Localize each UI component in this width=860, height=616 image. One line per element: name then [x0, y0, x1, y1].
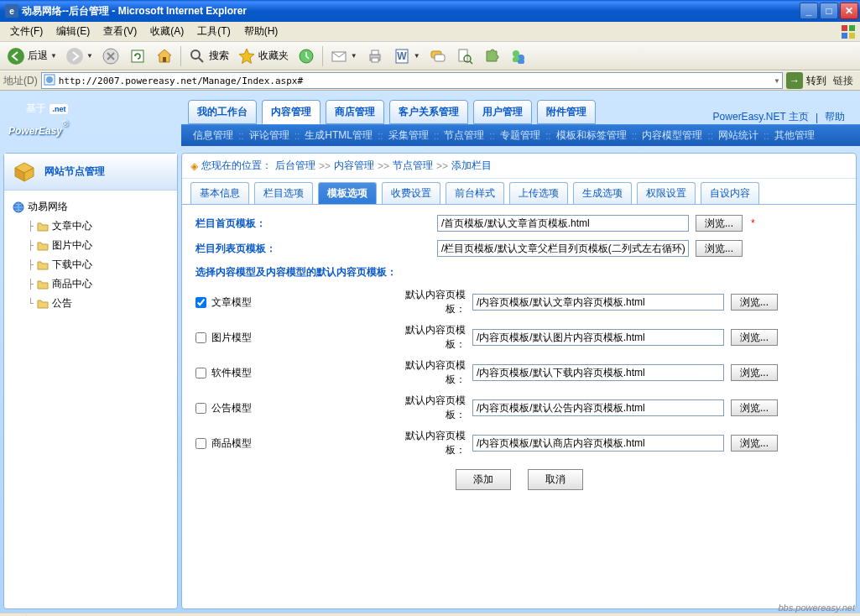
edit-button[interactable]: W▼ — [389, 45, 424, 67]
tree-item-download[interactable]: ├下载中心 — [9, 255, 172, 274]
ftab-basic[interactable]: 基本信息 — [190, 182, 249, 204]
brand-tag: 基于 — [26, 102, 46, 114]
model-browse-button[interactable]: 浏览... — [731, 435, 778, 452]
tree-item-article[interactable]: ├文章中心 — [9, 217, 172, 236]
tab-crm[interactable]: 客户关系管理 — [389, 100, 468, 124]
tab-user[interactable]: 用户管理 — [473, 100, 532, 124]
tree-item-announce[interactable]: └公告 — [9, 294, 172, 313]
status-bar: 完毕 Inter — [0, 613, 860, 616]
subnav-collect[interactable]: 采集管理 — [385, 128, 432, 143]
back-button[interactable]: 后退 ▼ — [3, 45, 60, 67]
subnav-comment[interactable]: 评论管理 — [246, 128, 293, 143]
list-template-input[interactable] — [437, 240, 689, 257]
ftab-style[interactable]: 前台样式 — [446, 182, 504, 204]
model-browse-button[interactable]: 浏览... — [731, 294, 778, 311]
bc-item[interactable]: 后台管理 — [275, 159, 315, 173]
svg-rect-26 — [518, 60, 524, 64]
goto-label: 转到 — [806, 74, 826, 88]
menu-favorites[interactable]: 收藏(A) — [143, 23, 190, 40]
close-button[interactable]: ✕ — [840, 3, 858, 19]
model-name: 图片模型 — [211, 331, 252, 345]
home-button[interactable] — [152, 45, 177, 67]
model-template-input[interactable] — [472, 294, 724, 311]
menu-edit[interactable]: 编辑(E) — [50, 23, 96, 40]
ftab-column[interactable]: 栏目选项 — [254, 182, 313, 204]
model-template-input[interactable] — [472, 364, 724, 381]
menu-file[interactable]: 文件(F) — [3, 23, 50, 40]
maximize-button[interactable]: □ — [820, 3, 838, 19]
subnav-model[interactable]: 内容模型管理 — [638, 128, 706, 143]
subnav-node[interactable]: 节点管理 — [440, 128, 487, 143]
app-header: 基于 .net PowerEasy® 我的工作台 内容管理 商店管理 客户关系管… — [0, 91, 860, 149]
tab-content[interactable]: 内容管理 — [262, 100, 321, 124]
svg-rect-0 — [842, 25, 847, 31]
model-name: 软件模型 — [211, 366, 252, 380]
svg-rect-8 — [163, 57, 166, 62]
help-link[interactable]: 帮助 — [825, 110, 845, 124]
menu-help[interactable]: 帮助(H) — [237, 23, 285, 40]
model-checkbox[interactable] — [195, 332, 206, 343]
ftab-fee[interactable]: 收费设置 — [382, 182, 440, 204]
tab-shop[interactable]: 商店管理 — [326, 100, 384, 124]
stop-button[interactable] — [98, 45, 123, 67]
homepage-link[interactable]: PowerEasy.NET 主页 — [713, 110, 809, 124]
model-checkbox[interactable] — [195, 403, 206, 414]
bc-item[interactable]: 内容管理 — [334, 159, 374, 173]
tool-button-2[interactable] — [452, 45, 477, 67]
ftab-permission[interactable]: 权限设置 — [637, 182, 696, 204]
tree-item-image[interactable]: ├图片中心 — [9, 236, 172, 255]
ftab-custom[interactable]: 自设内容 — [701, 182, 759, 204]
subnav-html[interactable]: 生成HTML管理 — [301, 128, 376, 143]
address-label: 地址(D) — [3, 74, 38, 88]
menu-view[interactable]: 查看(V) — [96, 23, 143, 40]
go-button[interactable]: → — [786, 72, 803, 89]
model-template-input[interactable] — [472, 435, 724, 452]
messenger-button[interactable] — [506, 45, 531, 67]
tab-attachment[interactable]: 附件管理 — [537, 100, 596, 124]
model-browse-button[interactable]: 浏览... — [731, 364, 778, 381]
mail-button[interactable]: ▼ — [326, 45, 361, 67]
ftab-template[interactable]: 模板选项 — [318, 182, 377, 204]
svg-text:W: W — [397, 50, 407, 62]
model-browse-button[interactable]: 浏览... — [731, 329, 778, 346]
home-template-browse[interactable]: 浏览... — [696, 215, 743, 232]
subnav-topic[interactable]: 专题管理 — [497, 128, 544, 143]
cancel-button[interactable]: 取消 — [528, 469, 583, 490]
history-button[interactable] — [294, 45, 319, 67]
refresh-button[interactable] — [125, 45, 150, 67]
model-template-input[interactable] — [472, 399, 724, 416]
tree-item-product[interactable]: ├商品中心 — [9, 274, 172, 294]
address-input-wrap[interactable]: ▼ — [41, 72, 783, 89]
subnav-info[interactable]: 信息管理 — [190, 128, 237, 143]
model-checkbox[interactable] — [195, 438, 206, 449]
links-label[interactable]: 链接 — [830, 74, 857, 88]
ftab-generate[interactable]: 生成选项 — [573, 182, 632, 204]
subnav-other[interactable]: 其他管理 — [771, 128, 818, 143]
tree-root[interactable]: 动易网络 — [9, 197, 172, 217]
address-dropdown-icon[interactable]: ▼ — [774, 77, 780, 85]
tool-button-3[interactable] — [479, 45, 504, 67]
tool-button-1[interactable] — [425, 45, 451, 67]
forward-button[interactable]: ▼ — [62, 45, 96, 67]
model-checkbox[interactable] — [195, 368, 206, 378]
minimize-button[interactable]: _ — [800, 3, 818, 19]
subnav-template[interactable]: 模板和标签管理 — [553, 128, 630, 143]
home-template-input[interactable] — [437, 215, 689, 232]
brand-name: PowerEasy — [8, 125, 62, 137]
model-name: 公告模型 — [211, 401, 252, 415]
model-checkbox[interactable] — [195, 297, 206, 308]
search-button[interactable]: 搜索 — [185, 45, 232, 67]
favorites-button[interactable]: 收藏夹 — [234, 45, 292, 67]
subnav-stats[interactable]: 网站统计 — [715, 128, 762, 143]
print-button[interactable] — [362, 45, 388, 67]
tab-workspace[interactable]: 我的工作台 — [188, 100, 257, 124]
bc-item[interactable]: 节点管理 — [393, 159, 433, 173]
star-icon — [237, 47, 256, 65]
model-template-input[interactable] — [472, 329, 724, 346]
submit-button[interactable]: 添加 — [456, 469, 511, 490]
ftab-upload[interactable]: 上传选项 — [509, 182, 568, 204]
address-input[interactable] — [59, 76, 770, 86]
menu-tools[interactable]: 工具(T) — [190, 23, 237, 40]
list-template-browse[interactable]: 浏览... — [696, 240, 743, 257]
model-browse-button[interactable]: 浏览... — [731, 399, 778, 416]
